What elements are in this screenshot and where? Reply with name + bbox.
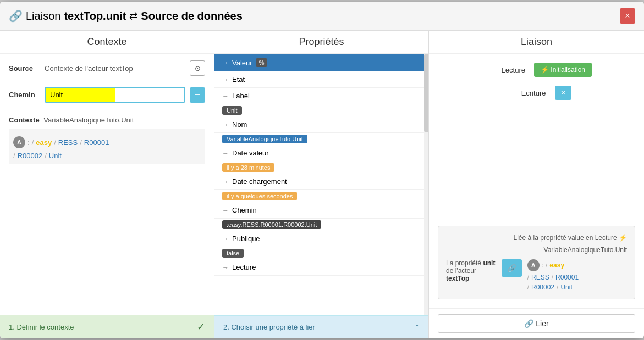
breadcrumb-row-2: / R00002 / Unit [13, 152, 201, 160]
modal-title: 🔗 Liaison textTop.unit ⇄ Source de donné… [9, 9, 243, 23]
lier-button-label: 🔗 Lier [524, 319, 548, 328]
prop-badge-false: false [222, 249, 244, 258]
prop-item-nom[interactable]: → Nom [214, 116, 424, 133]
breadcrumb-r00002[interactable]: R00002 [18, 152, 43, 160]
prop-badge-secondes: il y a quelques secondes [222, 192, 297, 200]
context-title: Contexte [0, 31, 214, 54]
props-title: Propriétés [214, 31, 428, 54]
info-slash2: / [527, 274, 529, 281]
prop-arrow-valeur: → [222, 59, 229, 66]
prop-item-publique[interactable]: → Publique [214, 231, 424, 247]
props-footer-step: 2. Choisir une propriété à lier [223, 323, 315, 331]
props-list: → Valeur % → Etat → Label [214, 54, 428, 315]
slash4: / [13, 152, 15, 160]
prop-badge-secondes-section: il y a quelques secondes [214, 190, 424, 202]
liaison-content: Lecture ⚡ Initialisation Ecriture ✕ [429, 54, 644, 226]
info-right: A : / easy / RESS / R00001 [527, 259, 627, 291]
chemin-input[interactable] [45, 87, 185, 103]
prop-arrow-date-chargement: → [222, 178, 229, 186]
scrollbar-track [424, 54, 428, 315]
prop-badge-28min-section: il y a 28 minutes [214, 161, 424, 174]
title-prefix: Liaison [26, 10, 60, 23]
prop-arrow-nom: → [222, 121, 229, 129]
props-footer-up: ↑ [415, 321, 420, 333]
scrollbar-thumb[interactable] [424, 54, 428, 132]
info-r00001[interactable]: R00001 [555, 274, 579, 281]
prop-badge-false-section: false [214, 247, 424, 259]
prop-label-lecture: Lecture [232, 263, 256, 271]
ecriture-x-button[interactable]: ✕ [555, 86, 571, 100]
source-label: Source [9, 64, 45, 73]
avatar: A [13, 136, 25, 148]
info-left-text1: La propriété [446, 259, 481, 267]
title-bold1: textTop.unit [64, 10, 126, 23]
breadcrumb-r00001[interactable]: R00001 [84, 138, 109, 147]
info-slash1: / [546, 261, 547, 269]
context-footer: 1. Définir le contexte ✓ [0, 315, 214, 338]
link-icon: 🔗 [9, 9, 23, 23]
info-breadcrumb: A : / easy [527, 259, 627, 271]
chemin-minus-button[interactable]: − [190, 87, 205, 103]
info-left-bold: unit [483, 259, 495, 267]
close-button[interactable]: × [620, 8, 635, 24]
modal-body: Contexte Source Contexte de l'acteur tex… [0, 31, 644, 338]
title-suffix: Source de données [141, 10, 243, 23]
prop-arrow-lecture: → [222, 264, 229, 271]
ecriture-row: Ecriture ✕ [438, 86, 635, 100]
init-button-label: ⚡ Initialisation [541, 66, 585, 74]
liaison-info-box: Liée à la propriété value en Lecture ⚡ V… [438, 226, 635, 299]
prop-arrow-chemin: → [222, 207, 229, 214]
prop-item-etat[interactable]: → Etat [214, 71, 424, 88]
prop-badge-unit: Unit [222, 106, 242, 115]
prop-badge-path-section: :easy.RESS.R00001.R00002.Unit [214, 219, 424, 231]
liaison-footer: 🔗 Lier [429, 308, 644, 338]
sep1: : [27, 138, 30, 147]
chemin-label: Chemin [9, 91, 45, 99]
info-title: Liée à la propriété value en Lecture ⚡ [446, 234, 627, 242]
prop-badge-28min: il y a 28 minutes [222, 163, 274, 172]
lecture-row: Lecture ⚡ Initialisation [438, 63, 635, 77]
prop-item-lecture[interactable]: → Lecture [214, 259, 424, 276]
props-footer: 2. Choisir une propriété à lier ↑ [214, 315, 428, 338]
prop-label-chemin: Chemin [232, 206, 257, 214]
info-easy[interactable]: easy [549, 261, 564, 269]
contexte-section: Contexte VariableAnalogiqueTuto.Unit [9, 116, 205, 124]
prop-item-date-chargement[interactable]: → Date chargement [214, 174, 424, 190]
info-r00002[interactable]: R00002 [531, 283, 554, 291]
prop-label-date-chargement: Date chargement [232, 177, 287, 186]
modal: 🔗 Liaison textTop.unit ⇄ Source de donné… [0, 2, 644, 338]
context-footer-check: ✓ [197, 321, 205, 333]
lier-button[interactable]: 🔗 Lier [438, 314, 635, 333]
breadcrumb-easy[interactable]: easy [36, 138, 52, 147]
info-left-text2: de l'acteur [446, 267, 476, 275]
info-slash3: / [552, 274, 553, 281]
info-ress[interactable]: RESS [531, 274, 549, 281]
chemin-row: Chemin − [9, 87, 205, 103]
context-footer-step: 1. Définir le contexte [9, 323, 74, 331]
title-arrow: ⇄ [129, 10, 137, 22]
info-sep: : [542, 261, 543, 269]
slash2: / [54, 138, 56, 147]
prop-item-label[interactable]: → Label [214, 88, 424, 104]
breadcrumb-unit[interactable]: Unit [49, 152, 62, 160]
liaison-info-body: La propriété unit de l'acteur textTop 🔗 … [446, 259, 627, 291]
prop-item-date-valeur[interactable]: → Date valeur [214, 145, 424, 161]
info-breadcrumb-3: / R00002 / Unit [527, 283, 627, 291]
info-slash4: / [527, 283, 529, 291]
breadcrumb-box: A : / easy / RESS / R00001 / R00002 / [9, 129, 205, 164]
link-action-button[interactable]: 🔗 [502, 259, 522, 277]
x-icon: ✕ [560, 89, 566, 97]
info-left: La propriété unit de l'acteur textTop [446, 259, 496, 282]
info-left-bold2: textTop [446, 275, 469, 282]
context-content: Source Contexte de l'acteur textTop ⊙ Ch… [0, 54, 214, 315]
info-unit[interactable]: Unit [560, 283, 572, 291]
source-icon-btn[interactable]: ⊙ [190, 60, 205, 76]
prop-item-valeur[interactable]: → Valeur % [214, 54, 424, 71]
breadcrumb-ress[interactable]: RESS [58, 138, 78, 147]
prop-item-chemin[interactable]: → Chemin [214, 202, 424, 219]
init-button[interactable]: ⚡ Initialisation [534, 63, 592, 77]
prop-badge-path: :easy.RESS.R00001.R00002.Unit [222, 220, 321, 229]
source-row: Source Contexte de l'acteur textTop ⊙ [9, 60, 205, 76]
liaison-title: Liaison [429, 31, 644, 54]
slash1: / [32, 138, 34, 147]
